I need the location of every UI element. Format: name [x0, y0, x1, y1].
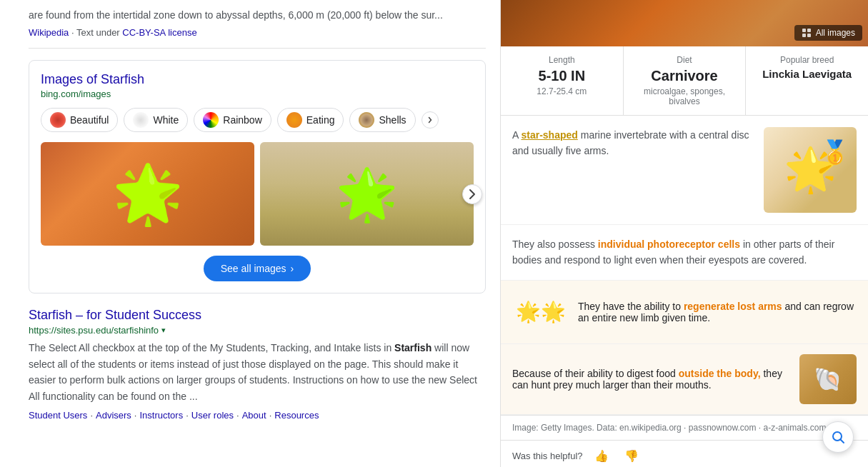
info-card-diet: Diet Carnivore microalgae, sponges, biva… [624, 46, 747, 115]
fact-regenerate-text: They have the ability to regenerate lost… [578, 301, 857, 323]
result-url-row: https://sites.psu.edu/starfishinfo ▾ [29, 325, 486, 336]
starfish-image-1 [41, 142, 254, 246]
wiki-link[interactable]: Wikipedia [29, 27, 69, 38]
chip-shells[interactable]: Shells [349, 108, 415, 132]
info-card-length-value: 5-10 IN [508, 68, 616, 84]
image-grid-next-button[interactable] [462, 184, 482, 204]
wiki-snippet: are found from the intertidal zone down … [29, 0, 486, 49]
medal-icon: 🥇 [821, 134, 849, 171]
knowledge-panel: A star-shaped marine invertebrate with a… [501, 116, 868, 415]
result-url-arrow[interactable]: ▾ [161, 326, 166, 335]
result-url: https://sites.psu.edu/starfishinfo [29, 325, 159, 336]
thumbs-up-button[interactable]: 👍 [590, 448, 613, 464]
fact-regenerate: 🌟🌟 They have the ability to regenerate l… [501, 281, 868, 344]
see-all-images-button[interactable]: See all images › [204, 256, 311, 281]
result-link-instructors[interactable]: Instructors [139, 410, 183, 421]
fact-photoreceptor-highlight: individual photoreceptor cells [598, 238, 740, 250]
chip-icon-eating [286, 112, 302, 128]
chip-beautiful[interactable]: Beautiful [41, 108, 118, 132]
info-card-diet-label: Diet [631, 55, 739, 65]
result-link-sep-5: · [269, 410, 272, 421]
thumbs-down-button[interactable]: 👎 [620, 448, 643, 464]
result-link-advisers[interactable]: Advisers [96, 410, 131, 421]
outside-image: 🐚 [799, 354, 857, 404]
chip-label-shells: Shells [379, 114, 406, 126]
chip-rainbow[interactable]: Rainbow [194, 108, 271, 132]
chip-label-rainbow: Rainbow [223, 114, 261, 126]
result-link-sep-2: · [134, 410, 137, 421]
image-grid-item-2[interactable] [260, 142, 474, 246]
wiki-separator: · [71, 27, 74, 38]
chip-white[interactable]: White [124, 108, 188, 132]
right-panel: All images Length 5-10 IN 12.7-25.4 cm D… [500, 0, 868, 467]
info-card-diet-sub: microalgae, sponges, bivalves [631, 86, 739, 106]
result-links: Student Users · Advisers · Instructors ·… [29, 410, 486, 421]
image-grid [41, 142, 474, 246]
images-section-title[interactable]: Images of Starfish [41, 72, 474, 87]
info-card-length-label: Length [508, 55, 616, 65]
svg-rect-1 [807, 29, 811, 32]
chip-icon-beautiful [50, 112, 66, 128]
fact-photoreceptor: They also possess individual photorecept… [501, 225, 868, 281]
fact-star-shaped: A star-shaped marine invertebrate with a… [501, 116, 868, 225]
svg-rect-2 [802, 34, 806, 37]
result-snippet-bold: Starfish [394, 342, 431, 353]
see-all-images-container: See all images › [41, 256, 474, 281]
fact-outside-text: Because of their ability to digest food … [512, 368, 791, 391]
result-link-student-users[interactable]: Student Users [29, 410, 87, 421]
wiki-license-link[interactable]: CC-BY-SA license [122, 27, 196, 38]
fact-photoreceptor-text: They also possess individual photorecept… [512, 236, 857, 268]
fact-regenerate-highlight: regenerate lost arms [684, 301, 782, 312]
image-grid-item-1[interactable] [41, 142, 254, 246]
result-link-resources[interactable]: Resources [274, 410, 319, 421]
info-card-length: Length 5-10 IN 12.7-25.4 cm [501, 46, 624, 115]
fact-star-shaped-pre: A [512, 129, 521, 141]
result-link-user-roles[interactable]: User roles [191, 410, 234, 421]
thumbs-down-icon: 👎 [624, 450, 639, 462]
svg-line-5 [841, 440, 844, 443]
helpful-label: Was this helpful? [512, 451, 583, 461]
image-source: Image: Getty Images. Data: en.wikipedia.… [501, 415, 868, 440]
thumbs-up-icon: 👍 [594, 450, 609, 462]
filter-chips: Beautiful White Rainbow Eating Shells [41, 108, 474, 132]
chip-icon-rainbow [203, 112, 219, 128]
search-result: Starfish – for Student Success https://s… [29, 308, 486, 421]
chip-icon-white [133, 112, 149, 128]
all-images-button[interactable]: All images [794, 25, 862, 41]
chips-next-button[interactable] [421, 111, 439, 129]
chip-label-beautiful: Beautiful [70, 114, 109, 126]
chip-icon-shells [359, 112, 374, 128]
result-title[interactable]: Starfish – for Student Success [29, 308, 486, 323]
result-link-sep-4: · [236, 410, 239, 421]
svg-rect-0 [802, 29, 806, 32]
regen-image: 🌟🌟 [512, 291, 569, 333]
info-card-length-sub: 12.7-25.4 cm [508, 86, 616, 96]
helpful-row: Was this helpful? 👍 👎 [501, 440, 868, 467]
images-section: Images of Starfish bing.com/images Beaut… [29, 60, 486, 293]
see-all-chevron-icon: › [291, 263, 294, 274]
svg-rect-3 [807, 34, 811, 37]
top-image: All images [501, 0, 868, 46]
starfish-image-2 [260, 142, 474, 246]
result-link-about[interactable]: About [242, 410, 266, 421]
all-images-label: All images [816, 28, 855, 38]
fact-star-shaped-highlight: star-shaped [521, 129, 577, 141]
info-card-diet-value: Carnivore [631, 68, 739, 84]
fact-outside-pre: Because of their ability to digest food [512, 368, 679, 379]
fact-regenerate-pre: They have the ability to [578, 301, 684, 312]
search-fab[interactable] [822, 421, 854, 453]
result-snippet: The Select All checkbox at the top of th… [29, 340, 486, 404]
fact-star-shaped-image: 🌟 🥇 [764, 127, 857, 213]
images-section-source: bing.com/images [41, 89, 474, 99]
wiki-text: are found from the intertidal zone down … [29, 7, 486, 23]
info-card-breed-label: Popular breed [753, 55, 861, 65]
wiki-license-prefix: Text under [76, 27, 120, 38]
fact-photoreceptor-pre: They also possess [512, 238, 598, 250]
info-card-breed: Popular breed Linckia Laevigata [746, 46, 868, 115]
fact-star-shaped-text: A star-shaped marine invertebrate with a… [512, 127, 755, 159]
chip-eating[interactable]: Eating [277, 108, 344, 132]
wiki-source: Wikipedia · Text under CC-BY-SA license [29, 27, 486, 38]
chip-label-eating: Eating [306, 114, 335, 126]
result-link-sep-3: · [186, 410, 189, 421]
info-card-breed-value: Linckia Laevigata [753, 68, 861, 80]
